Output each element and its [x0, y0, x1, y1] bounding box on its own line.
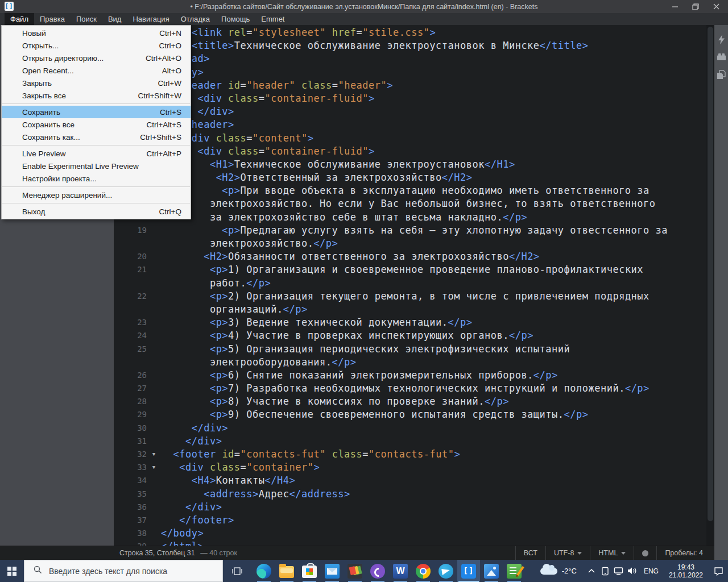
code-line[interactable]: 37 </footer> [114, 514, 706, 527]
extension-manager-icon[interactable] [716, 52, 726, 62]
live-preview-icon[interactable] [716, 34, 726, 44]
code-line[interactable]: 9 <body> [114, 66, 706, 79]
indentation-setting[interactable]: Пробелы: 4 [656, 546, 711, 560]
photomgr-taskbar-button[interactable] [344, 560, 366, 582]
code-line[interactable]: 6 <link rel="stylesheet" href="stile.css… [114, 26, 706, 39]
viber-taskbar-button[interactable] [366, 560, 389, 582]
code-editor[interactable]: 6 <link rel="stylesheet" href="stile.css… [114, 25, 714, 546]
weather-widget[interactable]: -2°C [540, 567, 577, 575]
menu-item[interactable]: Сохранить всеCtrl+Alt+S [2, 118, 191, 131]
notification-center-icon[interactable] [709, 560, 728, 582]
menu-find[interactable]: Поиск [71, 13, 102, 25]
menu-edit[interactable]: Правка [34, 13, 71, 25]
code-line[interactable]: 31 </div> [114, 435, 706, 448]
code-line[interactable]: работ.</p> [114, 277, 706, 290]
code-line[interactable]: 8 </head> [114, 52, 706, 65]
menu-item[interactable]: НовыйCtrl+N [2, 27, 191, 39]
tray-expand-chevron-icon[interactable] [585, 560, 598, 582]
plugin-panel-icon[interactable] [716, 69, 726, 80]
brackets-taskbar-button[interactable]: [] [457, 560, 480, 582]
code-line[interactable]: 32▼ <footer id="contacts-fut" class="con… [114, 448, 706, 461]
code-line[interactable]: 17 <H2>Ответственный за электрохозяйство… [114, 171, 706, 184]
menu-item[interactable]: Open Recent...Alt+O [2, 64, 191, 77]
menu-item[interactable]: Открыть...Ctrl+O [2, 39, 191, 52]
fold-arrow-icon[interactable]: ▼ [147, 448, 161, 461]
code-line[interactable]: за электрохозяйство себе в штат весьма н… [114, 211, 706, 224]
word-taskbar-button[interactable]: W [389, 560, 412, 582]
menu-item[interactable]: Live PreviewCtrl+Alt+P [2, 147, 191, 160]
insert-mode-indicator[interactable]: ВСТ [515, 546, 545, 560]
code-line[interactable]: 39</html> [114, 540, 706, 546]
task-view-button[interactable] [225, 560, 249, 582]
code-line[interactable]: 7 <title>Техническое обслуживание электр… [114, 39, 706, 52]
language-selector[interactable]: HTML [590, 546, 634, 560]
volume-icon[interactable] [626, 560, 639, 582]
code-line[interactable]: 22 <p>2) Организация текущего ремонта, в… [114, 290, 706, 303]
code-line[interactable]: 24 <p>4) Участие в проверках инспектирую… [114, 329, 706, 342]
code-line[interactable]: 15 <div class="container-fluid"> [114, 145, 706, 158]
menu-item[interactable]: Настройки проекта... [2, 172, 191, 185]
menu-item[interactable]: Закрыть всеCtrl+Shift+W [2, 89, 191, 102]
code-line[interactable]: 34 <H4>Контакты</H4> [114, 474, 706, 487]
minimize-icon[interactable] [671, 3, 679, 10]
menu-item[interactable]: СохранитьCtrl+S [2, 106, 191, 118]
menu-item[interactable]: ЗакрытьCtrl+W [2, 77, 191, 89]
explorer-taskbar-button[interactable] [275, 560, 298, 582]
lint-status[interactable] [634, 546, 656, 560]
code-line[interactable]: 13 </header> [114, 118, 706, 131]
encoding-selector[interactable]: UTF-8 [545, 546, 590, 560]
start-button[interactable] [0, 560, 24, 582]
network-icon[interactable] [612, 560, 626, 582]
scrollbar-thumb[interactable] [708, 27, 713, 521]
code-line[interactable]: 38</body> [114, 527, 706, 540]
code-line[interactable]: 23 <p>3) Ведение технической документаци… [114, 316, 706, 329]
code-line[interactable]: электрохозяйство. Но если у Вас небольшо… [114, 197, 706, 210]
editor-scrollbar[interactable] [706, 25, 714, 546]
code-line[interactable]: 20 <H2>Обязанности ответственного за эле… [114, 250, 706, 263]
code-line[interactable]: 25 <p>5) Организация периодических элект… [114, 343, 706, 356]
code-line[interactable]: 36 </div> [114, 501, 706, 514]
menu-view[interactable]: Вид [102, 13, 127, 25]
store-taskbar-button[interactable] [298, 560, 321, 582]
menu-help[interactable]: Помощь [216, 13, 255, 25]
menu-item[interactable]: ВыходCtrl+Q [2, 205, 191, 218]
mail-taskbar-button[interactable] [321, 560, 344, 582]
menu-navigate[interactable]: Навигация [127, 13, 175, 25]
code-line[interactable]: 19 <p>Предлагаю услугу взять на себя — э… [114, 224, 706, 237]
code-line[interactable]: 16 <H1>Техническое обслуживание электроу… [114, 158, 706, 171]
clock[interactable]: 19:43 21.01.2022 [663, 563, 709, 579]
code-line[interactable]: 11 <div class="container-fluid"> [114, 92, 706, 105]
code-line[interactable]: 21 <p>1) Оргаганизация и своевременное п… [114, 263, 706, 276]
code-line[interactable]: 10 <header id="header" class="header"> [114, 79, 706, 92]
close-icon[interactable] [712, 3, 720, 10]
menu-item[interactable]: Enable Experimental Live Preview [2, 160, 191, 172]
code-line[interactable]: 29 <p>9) Обеспечение своевременного испы… [114, 408, 706, 421]
code-line[interactable]: 26 <p>6) Снятие показаний электроизмерит… [114, 369, 706, 382]
code-line[interactable]: 33▼ <div class="container"> [114, 461, 706, 474]
code-line[interactable]: 27 <p>7) Разработка необходимых технолог… [114, 382, 706, 395]
taskbar-search-input[interactable]: Введите здесь текст для поиска [24, 560, 223, 582]
code-line[interactable]: электрохозяйство.</p> [114, 237, 706, 250]
notes-taskbar-button[interactable] [503, 560, 526, 582]
menu-item[interactable]: Менеджер расширений... [2, 189, 191, 201]
code-line[interactable]: 18 <p>При вводе объекта в эксплуатацию н… [114, 184, 706, 197]
keyboard-language[interactable]: ENG [639, 567, 663, 575]
telegram-taskbar-button[interactable] [435, 560, 457, 582]
fold-arrow-icon[interactable]: ▼ [147, 461, 161, 474]
menu-file[interactable]: Файл [5, 13, 34, 25]
code-line[interactable]: 14 <div class="content"> [114, 132, 706, 145]
restore-icon[interactable] [692, 3, 700, 10]
menu-item[interactable]: Открыть директорию...Ctrl+Alt+O [2, 52, 191, 64]
code-line[interactable]: 12 </div> [114, 105, 706, 118]
menu-emmet[interactable]: Emmet [255, 13, 290, 25]
code-line[interactable]: 28 <p>8) Участие в комиссиях по проверке… [114, 395, 706, 408]
code-line[interactable]: организаций.</p> [114, 303, 706, 316]
menu-item[interactable]: Сохранить как...Ctrl+Shift+S [2, 131, 191, 143]
code-line[interactable]: 35 <address>Адрес</address> [114, 488, 706, 501]
rotation-lock-icon[interactable] [598, 560, 612, 582]
menu-debug[interactable]: Отладка [175, 13, 216, 25]
code-line[interactable]: электрооборудования.</p> [114, 356, 706, 369]
code-line[interactable]: 30 </div> [114, 422, 706, 435]
edge-taskbar-button[interactable] [253, 560, 275, 582]
photos-taskbar-button[interactable] [480, 560, 503, 582]
